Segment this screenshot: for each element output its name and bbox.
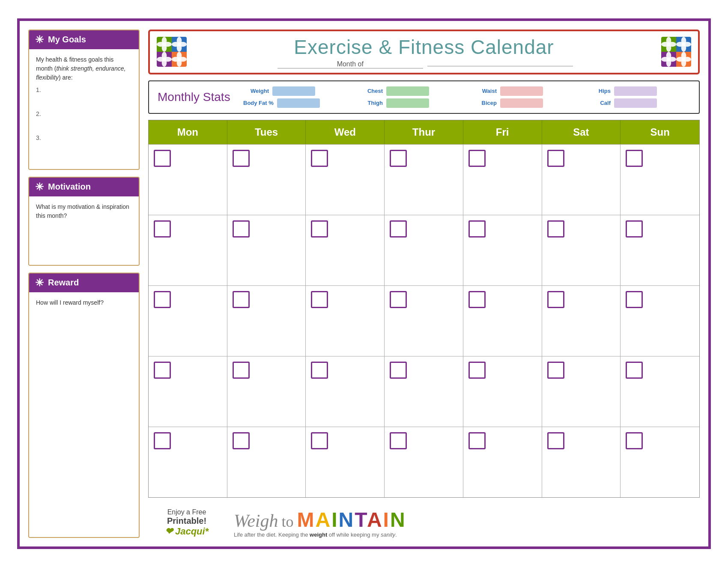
checkbox-2-4[interactable]: [390, 220, 407, 237]
checkbox-3-5[interactable]: [468, 291, 486, 308]
reward-body: How will I reward myself?: [29, 292, 139, 378]
checkbox-4-1[interactable]: [154, 362, 171, 379]
sidebar: ✳ My Goals My health & fitness goals thi…: [28, 30, 140, 538]
cell-5-1: [149, 427, 227, 497]
checkbox-3-4[interactable]: [390, 291, 407, 308]
enjoy-text: Enjoy a Free: [148, 508, 225, 516]
brand-subtitle: Life after the diet. Keeping the weight …: [234, 531, 397, 538]
footer: Enjoy a Free Printable! ❤ Jacqui* Weigh …: [148, 504, 700, 538]
stat-chest-label: Chest: [357, 88, 383, 94]
checkbox-4-4[interactable]: [390, 362, 407, 379]
checkbox-5-5[interactable]: [468, 432, 486, 449]
checkbox-5-2[interactable]: [233, 432, 250, 449]
cell-1-5: [463, 145, 542, 215]
weight-word: weight: [310, 531, 327, 538]
cell-2-6: [542, 215, 621, 285]
checkbox-1-4[interactable]: [390, 150, 407, 167]
stat-chest: Chest: [357, 86, 462, 96]
svg-point-19: [177, 57, 181, 61]
stat-bodyfat-label: Body Fat %: [243, 100, 274, 106]
checkbox-4-7[interactable]: [626, 362, 643, 379]
checkbox-1-3[interactable]: [311, 150, 328, 167]
logo-cell-orange: [172, 52, 187, 67]
footer-brand: Weigh to MAINTAIN Life after the diet. K…: [234, 508, 406, 538]
cell-5-7: [621, 427, 699, 497]
logo-r-cell-green: [661, 37, 676, 52]
checkbox-2-3[interactable]: [311, 220, 328, 237]
calendar-header: Exercise & Fitness Calendar Month of: [148, 30, 700, 74]
letter-N2: N: [390, 508, 406, 531]
checkbox-3-6[interactable]: [547, 291, 564, 308]
svg-point-24: [667, 42, 671, 46]
checkbox-2-5[interactable]: [468, 220, 486, 237]
page: ✳ My Goals My health & fitness goals thi…: [17, 18, 711, 549]
logo-r-cell-purple: [661, 52, 676, 67]
cell-3-5: [463, 286, 542, 356]
flower-svg-r2: [676, 37, 691, 52]
reward-header: ✳ Reward: [29, 273, 139, 292]
motivation-header: ✳ Motivation: [29, 178, 139, 196]
stats-grid: Weight Chest Waist Hips Body Fat %: [243, 86, 690, 108]
checkbox-1-5[interactable]: [468, 150, 486, 167]
checkbox-2-7[interactable]: [626, 220, 643, 237]
checkbox-3-1[interactable]: [154, 291, 171, 308]
goals-title: My Goals: [48, 35, 86, 45]
stat-calf-label: Calf: [585, 100, 611, 106]
cell-3-6: [542, 286, 621, 356]
checkbox-1-2[interactable]: [233, 150, 250, 167]
checkbox-5-1[interactable]: [154, 432, 171, 449]
checkbox-5-6[interactable]: [547, 432, 564, 449]
stat-weight-label: Weight: [243, 88, 269, 94]
week-1: [149, 144, 699, 215]
cell-3-4: [385, 286, 463, 356]
checkbox-1-7[interactable]: [626, 150, 643, 167]
checkbox-1-1[interactable]: [154, 150, 171, 167]
stat-thigh-bar: [386, 98, 429, 108]
motivation-text: What is my motivation & inspiration this…: [36, 202, 132, 220]
cell-1-4: [385, 145, 463, 215]
monthly-stats-title: Monthly Stats: [158, 90, 235, 104]
flower-svg-2: [172, 37, 187, 52]
jacqui-name: Jacqui*: [175, 526, 209, 537]
day-header-fri: Fri: [463, 120, 542, 144]
checkbox-4-3[interactable]: [311, 362, 328, 379]
logo-r-cell-orange: [676, 52, 691, 67]
calendar-header-row: Mon Tues Wed Thur Fri Sat Sun: [149, 120, 699, 144]
letter-M: M: [297, 508, 315, 531]
letter-N1: N: [338, 508, 355, 531]
checkbox-2-1[interactable]: [154, 220, 171, 237]
stat-bicep: Bicep: [471, 98, 576, 108]
stat-waist-label: Waist: [471, 88, 497, 94]
checkbox-4-5[interactable]: [468, 362, 486, 379]
checkbox-2-6[interactable]: [547, 220, 564, 237]
checkbox-5-4[interactable]: [390, 432, 407, 449]
letter-A2: A: [367, 508, 383, 531]
calendar-body: [149, 144, 699, 497]
main-content: Exercise & Fitness Calendar Month of: [148, 30, 700, 538]
goals-description: My health & fitness goals this month (th…: [36, 55, 132, 82]
checkbox-4-2[interactable]: [233, 362, 250, 379]
stat-waist: Waist: [471, 86, 576, 96]
checkbox-1-6[interactable]: [547, 150, 564, 167]
week-2: [149, 215, 699, 285]
cell-5-2: [227, 427, 306, 497]
asterisk-icon-3: ✳: [35, 277, 44, 289]
checkbox-3-3[interactable]: [311, 291, 328, 308]
checkbox-5-3[interactable]: [311, 432, 328, 449]
checkbox-5-7[interactable]: [626, 432, 643, 449]
checkbox-3-7[interactable]: [626, 291, 643, 308]
flower-svg-3: [157, 52, 172, 67]
reward-title: Reward: [48, 278, 79, 288]
stat-calf: Calf: [585, 98, 690, 108]
checkbox-4-6[interactable]: [547, 362, 564, 379]
cell-2-7: [621, 215, 699, 285]
goals-list: 1. 2. 3.: [36, 86, 132, 141]
checkbox-3-2[interactable]: [233, 291, 250, 308]
svg-point-39: [682, 57, 686, 61]
motivation-body: What is my motivation & inspiration this…: [29, 196, 139, 265]
cell-4-5: [463, 356, 542, 427]
cell-4-7: [621, 356, 699, 427]
cell-4-1: [149, 356, 227, 427]
checkbox-2-2[interactable]: [233, 220, 250, 237]
reward-section: ✳ Reward How will I reward myself?: [28, 273, 140, 538]
